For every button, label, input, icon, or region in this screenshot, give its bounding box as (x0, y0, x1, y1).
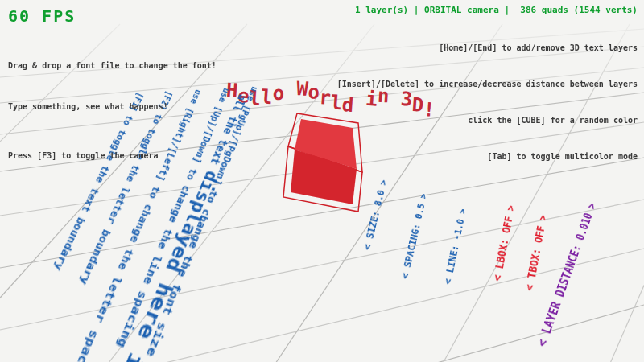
status-bar: 1 layer(s) | ORBITAL camera | 386 quads … (337, 5, 638, 15)
viewport: Hello World in 3D! all the text displaye… (0, 0, 644, 362)
hint-multicolor-mode: [Tab] to toggle multicolor mode (337, 150, 638, 162)
hint-click-cube: click the [CUBE] for a random color (337, 114, 638, 126)
fps-counter: 60 FPS (8, 6, 217, 26)
hint-toggle-camera: Press [F3] to toggle the camera (8, 149, 217, 162)
hud-top-left: 60 FPS Drag & drop a font file to change… (8, 6, 217, 190)
hint-type-something: Type something, see what happens! (8, 100, 217, 113)
hint-layer-distance-keys: [Insert]/[Delete] to increase/decrease d… (337, 78, 638, 90)
hint-add-remove-layers: [Home]/[End] to add/remove 3D text layer… (337, 42, 638, 54)
hud-top-right: 1 layer(s) | ORBITAL camera | 386 quads … (337, 5, 638, 187)
hint-drag-drop-font: Drag & drop a font file to change the fo… (8, 59, 217, 72)
